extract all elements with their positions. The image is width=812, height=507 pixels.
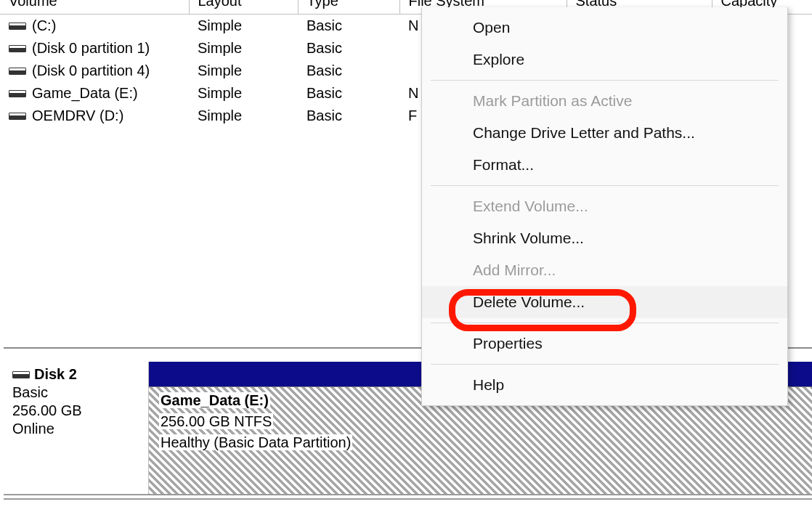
volume-layout: Simple bbox=[189, 105, 298, 127]
volume-type: Basic bbox=[298, 82, 399, 105]
volume-type: Basic bbox=[298, 105, 399, 127]
partition-size-fs: 256.00 GB NTFS bbox=[159, 413, 273, 429]
volume-type: Basic bbox=[298, 60, 399, 82]
menu-delete-volume[interactable]: Delete Volume... bbox=[422, 286, 787, 318]
volume-icon bbox=[9, 45, 26, 52]
menu-help[interactable]: Help bbox=[422, 369, 787, 401]
volume-name: OEMDRV (D:) bbox=[32, 108, 123, 124]
volume-icon bbox=[9, 90, 26, 97]
menu-separator bbox=[431, 185, 779, 186]
col-header-volume[interactable]: Volume bbox=[0, 0, 189, 15]
menu-extend-volume: Extend Volume... bbox=[422, 190, 787, 222]
menu-separator bbox=[431, 323, 779, 323]
menu-properties[interactable]: Properties bbox=[422, 328, 787, 360]
menu-format[interactable]: Format... bbox=[422, 149, 787, 181]
volume-type: Basic bbox=[298, 37, 399, 60]
volume-name: (C:) bbox=[32, 17, 56, 34]
partition-title: Game_Data (E:) bbox=[159, 392, 270, 408]
disk-status: Online bbox=[12, 421, 138, 437]
volume-name: Game_Data (E:) bbox=[32, 85, 138, 102]
menu-mark-partition-active: Mark Partition as Active bbox=[422, 85, 787, 117]
volume-name: (Disk 0 partition 1) bbox=[32, 40, 150, 57]
menu-separator bbox=[431, 80, 779, 81]
volume-icon bbox=[9, 68, 26, 75]
disk-info-panel[interactable]: Disk 2 Basic 256.00 GB Online bbox=[4, 362, 149, 496]
volume-type: Basic bbox=[298, 15, 399, 38]
disk-title: Disk 2 bbox=[34, 366, 77, 383]
partition-status: Healthy (Basic Data Partition) bbox=[159, 434, 352, 450]
disk-size: 256.00 GB bbox=[12, 402, 138, 419]
volume-layout: Simple bbox=[189, 82, 298, 105]
menu-open[interactable]: Open bbox=[422, 12, 787, 44]
menu-change-drive-letter[interactable]: Change Drive Letter and Paths... bbox=[422, 117, 787, 149]
menu-explore[interactable]: Explore bbox=[422, 44, 787, 76]
menu-add-mirror: Add Mirror... bbox=[422, 254, 787, 286]
menu-shrink-volume[interactable]: Shrink Volume... bbox=[422, 222, 787, 254]
col-header-layout[interactable]: Layout bbox=[189, 0, 298, 15]
context-menu: Open Explore Mark Partition as Active Ch… bbox=[421, 7, 788, 406]
volume-icon bbox=[9, 113, 26, 120]
pane-separator bbox=[4, 494, 812, 500]
disk-icon bbox=[12, 371, 30, 378]
menu-separator bbox=[431, 364, 779, 365]
volume-layout: Simple bbox=[189, 15, 298, 38]
volume-name: (Disk 0 partition 4) bbox=[32, 62, 150, 79]
volume-layout: Simple bbox=[189, 60, 298, 82]
volume-layout: Simple bbox=[189, 37, 298, 60]
col-header-type[interactable]: Type bbox=[298, 0, 399, 15]
disk-type: Basic bbox=[12, 384, 138, 401]
volume-icon bbox=[9, 23, 26, 30]
